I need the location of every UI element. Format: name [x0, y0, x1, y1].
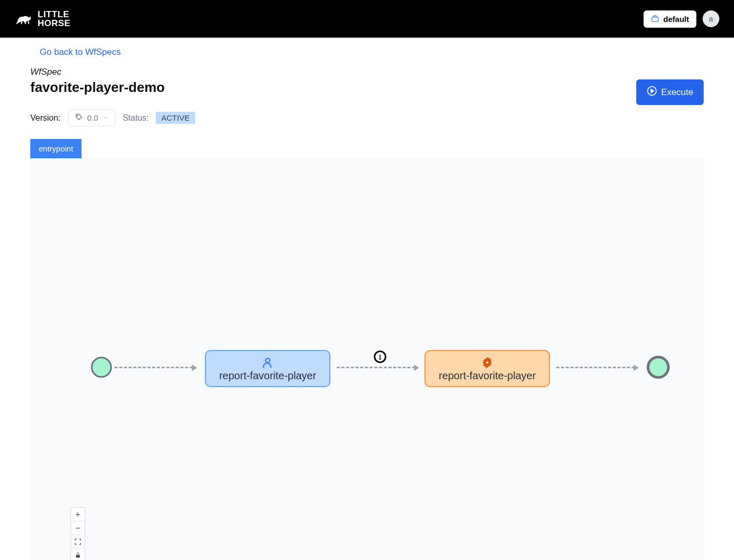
task-node-user[interactable]: report-favorite-player [205, 350, 330, 387]
version-selector[interactable]: 0.0 [68, 109, 116, 126]
end-node[interactable] [647, 356, 670, 379]
svg-point-3 [77, 115, 77, 116]
app-header: LITTLE HORSE default a [0, 0, 734, 38]
execute-button[interactable]: Execute [636, 79, 704, 105]
svg-rect-0 [652, 17, 658, 22]
version-value: 0.0 [87, 113, 98, 122]
svg-rect-11 [76, 555, 80, 558]
brand-text-line2: HORSE [38, 19, 71, 28]
status-label: Status: [123, 113, 149, 123]
svg-marker-2 [651, 89, 653, 93]
briefcase-icon [651, 15, 659, 23]
workflow-canvas[interactable]: report-favorite-player report-favorite-p… [30, 158, 704, 560]
task-node-gear[interactable]: report-favorite-player [425, 350, 550, 387]
fit-view-button[interactable] [71, 535, 85, 549]
svg-point-7 [486, 361, 489, 364]
zoom-in-button[interactable] [71, 508, 85, 521]
user-icon [215, 356, 320, 369]
task-label: report-favorite-player [215, 370, 320, 382]
execute-label: Execute [661, 87, 693, 98]
tab-entrypoint[interactable]: entrypoint [30, 139, 82, 158]
chevron-down-icon [102, 113, 109, 122]
task-label: report-favorite-player [435, 370, 540, 382]
brand-text-line1: LITTLE [38, 10, 71, 19]
avatar[interactable]: a [703, 10, 719, 27]
tenant-button[interactable]: default [644, 10, 696, 28]
start-node[interactable] [91, 357, 112, 378]
back-link[interactable]: Go back to WfSpecs [40, 47, 121, 57]
canvas-controls [71, 507, 85, 560]
status-badge: ACTIVE [156, 112, 194, 124]
alert-icon[interactable] [374, 351, 386, 363]
zoom-out-button[interactable] [71, 521, 85, 535]
entity-type-label: WfSpec [30, 67, 704, 77]
tabs: entrypoint [30, 139, 704, 158]
gear-icon [435, 356, 540, 369]
tag-icon [75, 113, 83, 123]
page-title: favorite-player-demo [30, 79, 165, 96]
play-circle-icon [647, 86, 657, 99]
lock-button[interactable] [71, 549, 85, 560]
tenant-label: default [663, 15, 689, 24]
horse-icon [15, 10, 33, 27]
avatar-initial: a [709, 15, 713, 23]
version-label: Version: [30, 113, 61, 123]
svg-point-6 [380, 358, 381, 359]
edge [337, 367, 415, 368]
svg-point-4 [266, 358, 270, 363]
edge [114, 367, 193, 368]
edge [556, 367, 635, 368]
brand-logo: LITTLE HORSE [15, 10, 71, 28]
